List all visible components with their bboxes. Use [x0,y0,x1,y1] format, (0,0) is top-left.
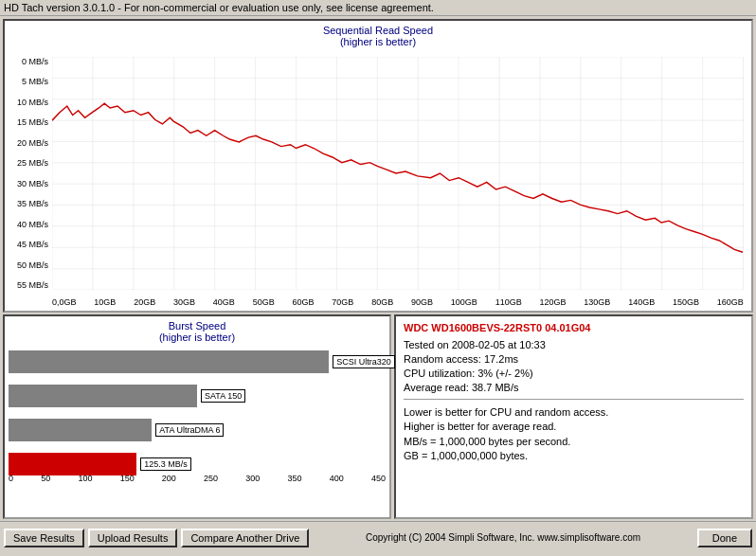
burst-chart-area: SCSI Ultra320 SATA 150 ATA UltraDMA 6 [9,349,386,472]
bar-sata: SATA 150 [9,383,386,409]
y-axis: 55 MB/s 50 MB/s 45 MB/s 40 MB/s 35 MB/s … [8,57,50,290]
info-cpu-util: CPU utilization: 3% (+/- 2%) [404,368,744,379]
info-panel: WDC WD1600BEVS-22RST0 04.01G04 Tested on… [394,314,753,519]
info-note1: Lower is better for CPU and random acces… [404,405,744,464]
bottom-toolbar: Save Results Upload Results Compare Anot… [0,521,756,553]
bar-current: 125.3 MB/s [9,451,386,477]
save-button[interactable]: Save Results [4,529,84,547]
burst-chart-title: Burst Speed (higher is better) [9,320,386,343]
drive-title: WDC WD1600BEVS-22RST0 04.01G04 [404,322,744,333]
info-divider [404,399,744,400]
upload-button[interactable]: Upload Results [88,529,178,547]
burst-chart-panel: Burst Speed (higher is better) SCSI Ultr… [3,314,391,519]
x-axis: 0,0GB 10GB 20GB 30GB 40GB 50GB 60GB 70GB… [52,297,744,307]
title-bar: HD Tach version 3.0.1.0 - For non-commer… [0,0,756,16]
seq-chart-title: Sequential Read Speed (higher is better) [5,21,751,49]
bottom-buttons-left: Save Results Upload Results Compare Anot… [4,529,309,547]
seq-chart-svg [52,57,744,290]
bottom-section: Burst Speed (higher is better) SCSI Ultr… [3,314,753,519]
copyright-text: Copyright (C) 2004 Simpli Software, Inc.… [309,532,696,543]
compare-button[interactable]: Compare Another Drive [181,529,309,547]
seq-chart-area [52,57,744,290]
title-text: HD Tach version 3.0.1.0 - For non-commer… [4,2,434,13]
bar-scsi: SCSI Ultra320 [9,349,386,375]
bar-ata: ATA UltraDMA 6 [9,417,386,443]
info-avg-read: Average read: 38.7 MB/s [404,382,744,393]
info-tested-on: Tested on 2008-02-05 at 10:33 [404,339,744,350]
sequential-chart-panel: Sequential Read Speed (higher is better)… [3,19,753,313]
info-random-access: Random access: 17.2ms [404,353,744,365]
done-button[interactable]: Done [697,529,752,547]
